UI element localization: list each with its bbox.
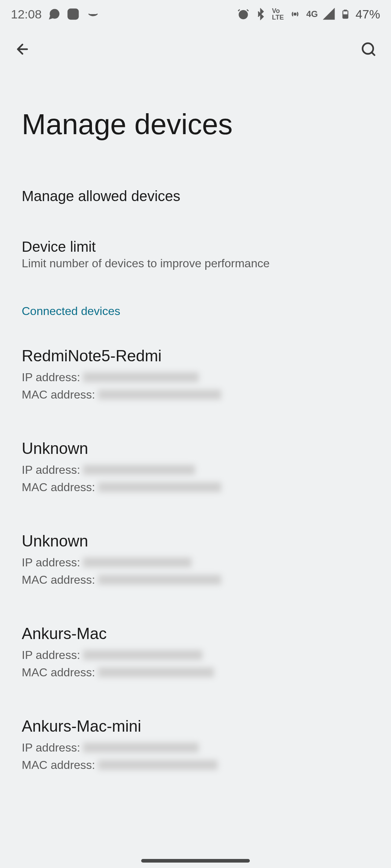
- svg-point-1: [71, 12, 75, 16]
- device-name: Unknown: [22, 532, 369, 550]
- device-limit-item[interactable]: Device limit Limit number of devices to …: [22, 239, 369, 270]
- bluetooth-icon: [255, 8, 267, 20]
- redacted-value: [98, 667, 214, 677]
- app-bar: [0, 28, 391, 72]
- redacted-value: [98, 575, 221, 585]
- redacted-value: [98, 390, 221, 400]
- status-time: 12:08: [11, 7, 42, 21]
- redacted-value: [98, 760, 218, 770]
- connected-devices-header: Connected devices: [22, 305, 369, 318]
- redacted-value: [83, 743, 199, 753]
- device-item[interactable]: Unknown IP address: MAC address:: [22, 532, 369, 588]
- device-item[interactable]: Ankurs-Mac IP address: MAC address:: [22, 625, 369, 681]
- device-ip: IP address:: [22, 461, 369, 478]
- search-icon: [361, 41, 377, 57]
- redacted-value: [83, 650, 202, 660]
- device-item[interactable]: Unknown IP address: MAC address:: [22, 439, 369, 496]
- instagram-icon: [67, 8, 79, 20]
- device-name: Unknown: [22, 439, 369, 458]
- svg-point-4: [294, 13, 296, 15]
- device-ip: IP address:: [22, 739, 369, 756]
- redacted-value: [83, 465, 195, 475]
- redacted-value: [83, 557, 192, 567]
- device-mac: MAC address:: [22, 571, 369, 588]
- signal-icon: [323, 8, 335, 20]
- whatsapp-icon: [48, 8, 60, 20]
- back-button[interactable]: [14, 41, 30, 59]
- device-mac: MAC address:: [22, 478, 369, 496]
- device-limit-title: Device limit: [22, 239, 369, 255]
- battery-percentage: 47%: [356, 7, 380, 21]
- hotspot-icon: [289, 8, 301, 20]
- search-button[interactable]: [361, 41, 377, 59]
- svg-rect-7: [343, 14, 348, 18]
- device-mac: MAC address:: [22, 756, 369, 774]
- device-item[interactable]: Ankurs-Mac-mini IP address: MAC address:: [22, 717, 369, 774]
- battery-icon: [340, 8, 350, 20]
- svg-point-2: [76, 10, 77, 12]
- status-left: 12:08: [11, 7, 100, 21]
- svg-rect-6: [344, 10, 346, 11]
- amazon-icon: [86, 8, 100, 20]
- navigation-handle[interactable]: [141, 859, 250, 863]
- network-type: 4G: [306, 9, 318, 19]
- device-limit-subtitle: Limit number of devices to improve perfo…: [22, 257, 369, 270]
- device-ip: IP address:: [22, 554, 369, 571]
- status-bar: 12:08 VoLTE 4G: [0, 0, 391, 28]
- redacted-value: [98, 482, 221, 492]
- device-mac: MAC address:: [22, 664, 369, 681]
- device-ip: IP address:: [22, 646, 369, 664]
- main-content: Manage devices Manage allowed devices De…: [0, 72, 391, 774]
- arrow-back-icon: [14, 41, 30, 57]
- manage-allowed-devices-item[interactable]: Manage allowed devices: [22, 188, 369, 204]
- device-mac: MAC address:: [22, 386, 369, 403]
- device-item[interactable]: RedmiNote5-Redmi IP address: MAC address…: [22, 347, 369, 403]
- page-title: Manage devices: [22, 108, 369, 141]
- redacted-value: [83, 372, 199, 382]
- status-right: VoLTE 4G 47%: [237, 7, 380, 21]
- device-name: Ankurs-Mac: [22, 625, 369, 643]
- device-ip: IP address:: [22, 369, 369, 386]
- device-name: RedmiNote5-Redmi: [22, 347, 369, 365]
- volte-icon: VoLTE: [272, 8, 284, 21]
- alarm-icon: [237, 8, 249, 20]
- device-name: Ankurs-Mac-mini: [22, 717, 369, 735]
- manage-allowed-title: Manage allowed devices: [22, 188, 369, 204]
